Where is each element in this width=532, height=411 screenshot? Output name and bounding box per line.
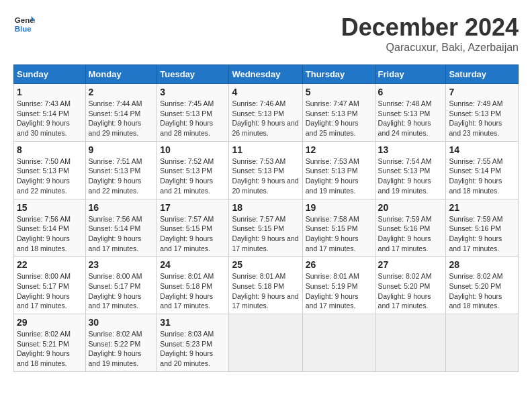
day-number: 7: [449, 87, 515, 97]
day-info: Sunrise: 8:02 AMSunset: 5:21 PMDaylight:…: [17, 329, 83, 369]
day-info: Sunrise: 8:00 AMSunset: 5:17 PMDaylight:…: [89, 271, 154, 311]
day-info: Sunrise: 7:55 AMSunset: 5:14 PMDaylight:…: [449, 156, 515, 196]
day-number: 31: [160, 317, 226, 328]
calendar-day-cell: 11 Sunrise: 7:53 AMSunset: 5:13 PMDaylig…: [229, 141, 302, 199]
day-info: Sunrise: 8:01 AMSunset: 5:19 PMDaylight:…: [306, 271, 372, 311]
day-number: 10: [160, 144, 226, 155]
day-info: Sunrise: 7:58 AMSunset: 5:15 PMDaylight:…: [306, 214, 372, 254]
logo-icon: General Blue: [13, 13, 35, 35]
day-number: 15: [17, 202, 83, 213]
day-number: 29: [17, 317, 83, 328]
day-info: Sunrise: 7:45 AMSunset: 5:13 PMDaylight:…: [160, 99, 226, 138]
day-info: Sunrise: 7:46 AMSunset: 5:13 PMDaylight:…: [232, 99, 299, 138]
calendar-table: SundayMondayTuesdayWednesdayThursdayFrid…: [13, 64, 519, 372]
calendar-day-cell: 29 Sunrise: 8:02 AMSunset: 5:21 PMDaylig…: [14, 314, 86, 372]
header: General Blue December 2024 Qaracuxur, Ba…: [13, 13, 519, 54]
calendar-day-cell: 7 Sunrise: 7:49 AMSunset: 5:13 PMDayligh…: [446, 84, 519, 142]
day-number: 24: [160, 259, 226, 270]
day-number: 30: [89, 317, 154, 328]
svg-text:Blue: Blue: [15, 25, 32, 33]
calendar-day-cell: [446, 314, 519, 372]
calendar-week-row: 1 Sunrise: 7:43 AMSunset: 5:14 PMDayligh…: [14, 84, 519, 142]
calendar-title: December 2024: [341, 13, 519, 42]
day-number: 1: [17, 87, 83, 97]
calendar-day-cell: 22 Sunrise: 8:00 AMSunset: 5:17 PMDaylig…: [14, 257, 86, 314]
day-info: Sunrise: 7:47 AMSunset: 5:13 PMDaylight:…: [306, 99, 372, 138]
day-info: Sunrise: 8:01 AMSunset: 5:18 PMDaylight:…: [160, 271, 226, 311]
day-info: Sunrise: 8:02 AMSunset: 5:20 PMDaylight:…: [449, 271, 515, 311]
day-number: 18: [232, 202, 299, 213]
title-section: December 2024 Qaracuxur, Baki, Azerbaija…: [341, 13, 519, 54]
calendar-day-cell: 10 Sunrise: 7:52 AMSunset: 5:13 PMDaylig…: [157, 141, 229, 199]
day-number: 11: [232, 144, 299, 155]
day-info: Sunrise: 7:49 AMSunset: 5:13 PMDaylight:…: [449, 99, 515, 138]
day-number: 4: [232, 87, 299, 97]
calendar-day-cell: 1 Sunrise: 7:43 AMSunset: 5:14 PMDayligh…: [14, 84, 86, 142]
calendar-week-row: 22 Sunrise: 8:00 AMSunset: 5:17 PMDaylig…: [14, 257, 519, 314]
day-number: 16: [89, 202, 154, 213]
day-info: Sunrise: 7:53 AMSunset: 5:13 PMDaylight:…: [232, 156, 299, 196]
calendar-day-cell: 19 Sunrise: 7:58 AMSunset: 5:15 PMDaylig…: [302, 199, 375, 257]
calendar-week-row: 15 Sunrise: 7:56 AMSunset: 5:14 PMDaylig…: [14, 199, 519, 257]
day-info: Sunrise: 7:54 AMSunset: 5:13 PMDaylight:…: [378, 156, 443, 196]
day-number: 26: [306, 259, 372, 270]
day-info: Sunrise: 8:02 AMSunset: 5:20 PMDaylight:…: [378, 271, 443, 311]
weekday-header-cell: Wednesday: [229, 65, 302, 84]
day-info: Sunrise: 7:44 AMSunset: 5:14 PMDaylight:…: [89, 99, 154, 138]
calendar-day-cell: 28 Sunrise: 8:02 AMSunset: 5:20 PMDaylig…: [446, 257, 519, 314]
calendar-day-cell: 8 Sunrise: 7:50 AMSunset: 5:13 PMDayligh…: [14, 141, 86, 199]
calendar-day-cell: 2 Sunrise: 7:44 AMSunset: 5:14 PMDayligh…: [85, 84, 157, 142]
calendar-day-cell: 25 Sunrise: 8:01 AMSunset: 5:18 PMDaylig…: [229, 257, 302, 314]
calendar-week-row: 8 Sunrise: 7:50 AMSunset: 5:13 PMDayligh…: [14, 141, 519, 199]
calendar-week-row: 29 Sunrise: 8:02 AMSunset: 5:21 PMDaylig…: [14, 314, 519, 372]
calendar-day-cell: 16 Sunrise: 7:56 AMSunset: 5:14 PMDaylig…: [85, 199, 157, 257]
calendar-day-cell: 14 Sunrise: 7:55 AMSunset: 5:14 PMDaylig…: [446, 141, 519, 199]
calendar-day-cell: 26 Sunrise: 8:01 AMSunset: 5:19 PMDaylig…: [302, 257, 375, 314]
day-info: Sunrise: 7:50 AMSunset: 5:13 PMDaylight:…: [17, 156, 83, 196]
day-info: Sunrise: 7:59 AMSunset: 5:16 PMDaylight:…: [378, 214, 443, 254]
calendar-day-cell: 5 Sunrise: 7:47 AMSunset: 5:13 PMDayligh…: [302, 84, 375, 142]
day-info: Sunrise: 7:51 AMSunset: 5:13 PMDaylight:…: [89, 156, 154, 196]
weekday-header-row: SundayMondayTuesdayWednesdayThursdayFrid…: [14, 65, 519, 84]
day-number: 6: [378, 87, 443, 97]
day-number: 14: [449, 144, 515, 155]
day-info: Sunrise: 7:56 AMSunset: 5:14 PMDaylight:…: [89, 214, 154, 254]
day-info: Sunrise: 7:53 AMSunset: 5:13 PMDaylight:…: [306, 156, 372, 196]
calendar-day-cell: 27 Sunrise: 8:02 AMSunset: 5:20 PMDaylig…: [375, 257, 446, 314]
weekday-header-cell: Sunday: [14, 65, 86, 84]
day-number: 20: [378, 202, 443, 213]
day-info: Sunrise: 7:43 AMSunset: 5:14 PMDaylight:…: [17, 99, 83, 138]
calendar-day-cell: 21 Sunrise: 7:59 AMSunset: 5:16 PMDaylig…: [446, 199, 519, 257]
day-number: 2: [89, 87, 154, 97]
day-info: Sunrise: 8:02 AMSunset: 5:22 PMDaylight:…: [89, 329, 154, 369]
calendar-day-cell: 12 Sunrise: 7:53 AMSunset: 5:13 PMDaylig…: [302, 141, 375, 199]
calendar-subtitle: Qaracuxur, Baki, Azerbaijan: [341, 42, 519, 54]
calendar-day-cell: [229, 314, 302, 372]
day-info: Sunrise: 7:57 AMSunset: 5:15 PMDaylight:…: [232, 214, 299, 254]
day-info: Sunrise: 7:57 AMSunset: 5:15 PMDaylight:…: [160, 214, 226, 254]
day-number: 8: [17, 144, 83, 155]
day-info: Sunrise: 8:01 AMSunset: 5:18 PMDaylight:…: [232, 271, 299, 311]
calendar-day-cell: 17 Sunrise: 7:57 AMSunset: 5:15 PMDaylig…: [157, 199, 229, 257]
calendar-day-cell: 18 Sunrise: 7:57 AMSunset: 5:15 PMDaylig…: [229, 199, 302, 257]
calendar-day-cell: 4 Sunrise: 7:46 AMSunset: 5:13 PMDayligh…: [229, 84, 302, 142]
calendar-day-cell: 30 Sunrise: 8:02 AMSunset: 5:22 PMDaylig…: [85, 314, 157, 372]
day-info: Sunrise: 7:59 AMSunset: 5:16 PMDaylight:…: [449, 214, 515, 254]
day-number: 19: [306, 202, 372, 213]
weekday-header-cell: Tuesday: [157, 65, 229, 84]
calendar-day-cell: [302, 314, 375, 372]
calendar-day-cell: 13 Sunrise: 7:54 AMSunset: 5:13 PMDaylig…: [375, 141, 446, 199]
day-number: 5: [306, 87, 372, 97]
day-info: Sunrise: 7:52 AMSunset: 5:13 PMDaylight:…: [160, 156, 226, 196]
day-number: 27: [378, 259, 443, 270]
day-info: Sunrise: 8:00 AMSunset: 5:17 PMDaylight:…: [17, 271, 83, 311]
weekday-header-cell: Monday: [85, 65, 157, 84]
day-number: 25: [232, 259, 299, 270]
calendar-day-cell: 6 Sunrise: 7:48 AMSunset: 5:13 PMDayligh…: [375, 84, 446, 142]
day-number: 9: [89, 144, 154, 155]
day-info: Sunrise: 7:48 AMSunset: 5:13 PMDaylight:…: [378, 99, 443, 138]
day-number: 21: [449, 202, 515, 213]
weekday-header-cell: Friday: [375, 65, 446, 84]
day-number: 13: [378, 144, 443, 155]
weekday-header-cell: Saturday: [446, 65, 519, 84]
